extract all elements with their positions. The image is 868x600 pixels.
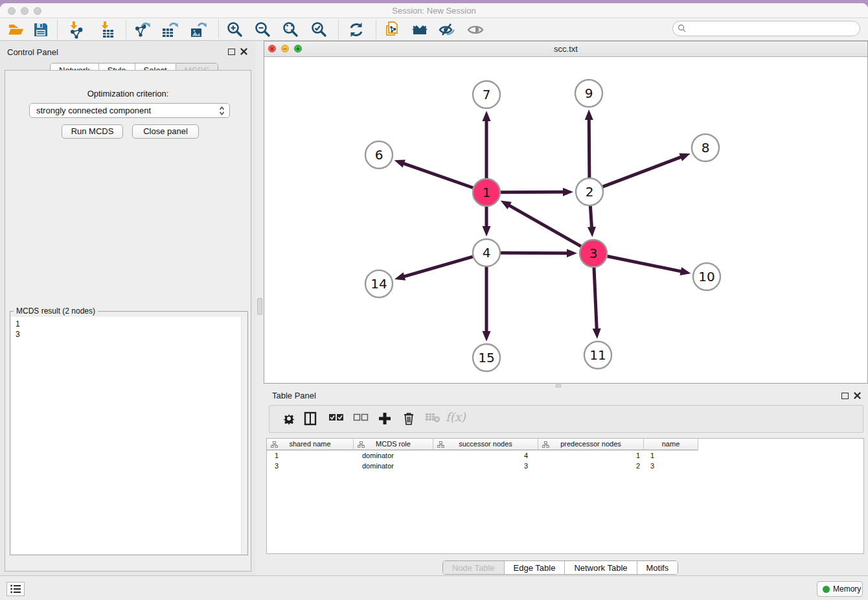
run-mcds-button[interactable]: Run MCDS <box>62 124 123 139</box>
export-table-icon[interactable] <box>161 21 179 39</box>
select-all-columns-icon[interactable] <box>328 411 345 427</box>
main-toolbar <box>0 18 868 41</box>
table-cell[interactable]: 1 <box>644 450 698 461</box>
tab-edge-table[interactable]: Edge Table <box>504 561 565 574</box>
tab-network-table[interactable]: Network Table <box>564 561 636 574</box>
tab-node-table[interactable]: Node Table <box>443 561 504 574</box>
edge-1-2[interactable] <box>501 192 564 192</box>
network-graph[interactable]: 7968124314101511 <box>264 57 867 383</box>
close-table-panel-icon[interactable] <box>853 391 862 400</box>
node-2[interactable]: 2 <box>576 178 603 205</box>
save-session-icon[interactable] <box>32 21 50 39</box>
edge-2-9[interactable] <box>589 119 589 178</box>
refresh-icon[interactable] <box>347 21 365 39</box>
result-scrollbar[interactable] <box>241 317 247 554</box>
gear-icon[interactable] <box>282 411 296 427</box>
edge-1-6[interactable] <box>403 163 473 188</box>
column-view-icon[interactable] <box>304 411 317 427</box>
table-row[interactable]: 1dominator411 <box>267 450 863 461</box>
delete-table-icon[interactable] <box>425 411 440 427</box>
zoom-fit-icon[interactable] <box>282 21 300 39</box>
edge-3-1[interactable] <box>508 205 581 246</box>
vertical-splitter[interactable] <box>256 41 264 575</box>
export-image-icon[interactable] <box>189 21 207 39</box>
table-cell[interactable]: 1 <box>538 450 644 461</box>
memory-button[interactable]: Memory <box>817 581 863 597</box>
node-6[interactable]: 6 <box>365 141 393 168</box>
arrowhead-icon <box>567 249 577 257</box>
edge-3-10[interactable] <box>608 256 682 271</box>
delete-column-icon[interactable] <box>402 411 415 427</box>
node-3[interactable]: 3 <box>580 240 607 267</box>
close-panel-icon[interactable] <box>240 47 248 56</box>
table-cell[interactable] <box>698 461 863 471</box>
task-history-button[interactable] <box>6 582 25 596</box>
add-column-icon[interactable] <box>378 411 392 427</box>
close-panel-button[interactable]: Close panel <box>132 124 199 139</box>
node-7[interactable]: 7 <box>473 81 500 108</box>
clone-network-icon[interactable] <box>383 21 402 39</box>
column-header-successor-nodes[interactable]: successor nodes <box>433 439 538 450</box>
arrowhead-icon <box>483 331 491 341</box>
node-1[interactable]: 1 <box>473 179 500 206</box>
network-canvas[interactable]: 7968124314101511 <box>264 57 867 383</box>
node-14[interactable]: 14 <box>365 270 393 297</box>
eye-icon[interactable] <box>466 21 485 39</box>
main-titlebar[interactable]: Session: New Session <box>0 3 868 18</box>
node-15[interactable]: 15 <box>473 344 500 371</box>
node-10[interactable]: 10 <box>693 263 720 290</box>
column-header-mcds-role[interactable]: MCDS role <box>354 439 433 450</box>
import-network-icon[interactable] <box>67 21 86 39</box>
table-row[interactable]: 3dominator323 <box>267 461 863 471</box>
network-window-titlebar[interactable]: × − + scc.txt <box>264 41 867 57</box>
node-4[interactable]: 4 <box>473 239 500 266</box>
float-table-panel-icon[interactable] <box>841 393 849 399</box>
edge-4-14[interactable] <box>403 257 472 277</box>
open-session-icon[interactable] <box>7 21 25 39</box>
edge-2-8[interactable] <box>603 157 682 187</box>
node-8[interactable]: 8 <box>692 134 719 161</box>
float-panel-icon[interactable] <box>228 49 235 55</box>
zoom-selected-icon[interactable] <box>310 21 328 39</box>
network-window: × − + scc.txt 7968124314101511 <box>264 41 868 384</box>
arrowhead-icon <box>483 111 491 121</box>
export-network-icon[interactable] <box>133 21 152 39</box>
node-11[interactable]: 11 <box>584 341 611 369</box>
table-cell[interactable]: 3 <box>433 461 538 471</box>
function-builder-icon[interactable]: f(x) <box>446 410 466 426</box>
table-cell[interactable]: 4 <box>433 450 538 461</box>
home-icon[interactable] <box>411 21 429 39</box>
edge-4-3[interactable] <box>501 253 568 253</box>
table-cell[interactable]: 1 <box>267 450 354 461</box>
node-table: shared name MCDS role successor nodes pr… <box>266 438 864 554</box>
table-panel: Table Panel <box>264 386 868 575</box>
column-header-name[interactable]: name <box>644 439 698 450</box>
edge-3-11[interactable] <box>594 268 597 330</box>
zoom-out-icon[interactable] <box>254 21 272 39</box>
toolbar-separator <box>218 20 219 39</box>
mcds-result-list[interactable]: 1 3 <box>11 317 247 554</box>
criterion-dropdown[interactable]: strongly connected component <box>29 103 230 118</box>
toolbar-separator <box>57 20 58 39</box>
column-header-predecessor-nodes[interactable]: predecessor nodes <box>538 439 644 450</box>
mcds-panel: Optimization criterion: strongly connect… <box>5 70 251 571</box>
table-cell[interactable]: dominator <box>354 450 433 461</box>
arrowhead-icon <box>563 188 573 196</box>
column-header-shared-name[interactable]: shared name <box>267 439 354 450</box>
table-header-filler <box>698 439 863 450</box>
deselect-all-columns-icon[interactable] <box>353 411 370 427</box>
search-input[interactable] <box>672 21 860 36</box>
splitter-grip[interactable] <box>257 298 262 315</box>
table-cell[interactable]: 3 <box>267 461 354 471</box>
hide-graphics-details-icon[interactable] <box>438 21 456 39</box>
node-9[interactable]: 9 <box>575 80 602 107</box>
zoom-in-icon[interactable] <box>226 21 244 39</box>
edge-2-3[interactable] <box>590 206 591 228</box>
table-toolbar: f(x) <box>269 405 863 433</box>
table-cell[interactable] <box>698 450 863 461</box>
table-cell[interactable]: dominator <box>354 461 433 471</box>
table-cell[interactable]: 3 <box>644 461 698 471</box>
import-table-icon[interactable] <box>98 21 117 39</box>
tab-motifs[interactable]: Motifs <box>637 561 678 574</box>
table-cell[interactable]: 2 <box>538 461 644 471</box>
